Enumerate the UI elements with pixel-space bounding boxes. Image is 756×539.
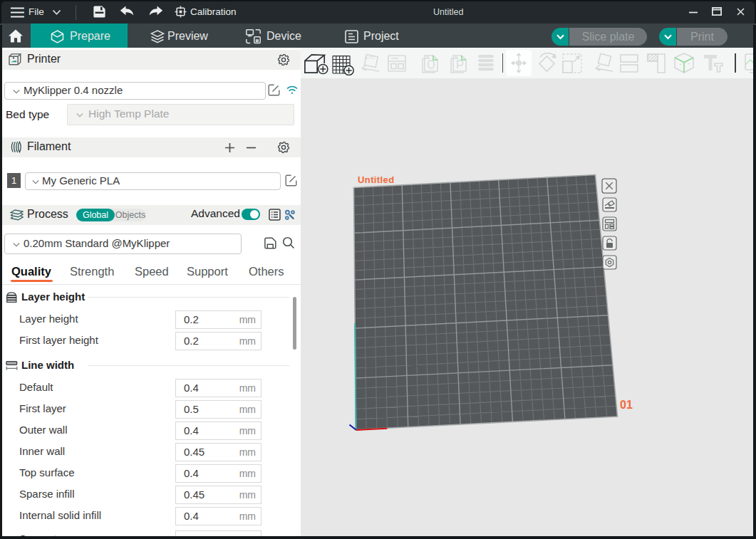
svg-text:AUTO: AUTO [364,56,374,60]
